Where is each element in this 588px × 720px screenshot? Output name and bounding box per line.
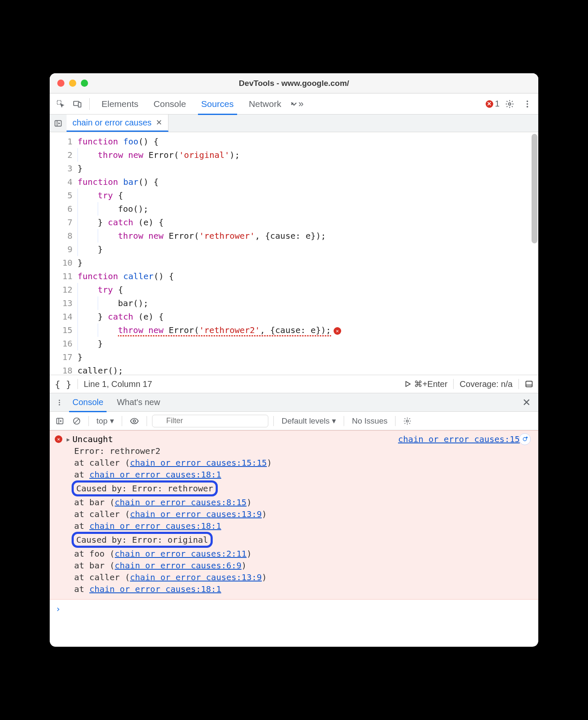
issues-label: No Issues	[352, 416, 387, 426]
drawer-kebab-icon[interactable]	[53, 395, 66, 410]
separator	[88, 416, 89, 426]
stack-frame-link[interactable]: chain or error causes:18:1	[89, 469, 221, 480]
svg-rect-2	[78, 102, 81, 107]
device-toolbar-icon[interactable]	[70, 96, 85, 112]
stack-trace: Error: rethrower2 at caller (chain or er…	[55, 445, 533, 595]
settings-icon[interactable]	[502, 96, 517, 112]
file-tab-bar: chain or error causes ✕	[50, 115, 538, 132]
stack-frame-link[interactable]: chain or error causes:2:11	[115, 549, 246, 559]
separator	[519, 379, 519, 389]
error-summary: Uncaught	[72, 433, 113, 445]
minimize-window-button[interactable]	[69, 80, 76, 87]
file-tab[interactable]: chain or error causes ✕	[67, 115, 168, 132]
separator	[89, 98, 90, 110]
ai-assist-icon[interactable]	[519, 433, 531, 445]
drawer-tab-whatsnew[interactable]: What's new	[110, 393, 167, 412]
svg-point-19	[406, 420, 408, 422]
chevron-right-icon: ›	[56, 603, 61, 615]
navigator-toggle-icon[interactable]	[50, 115, 67, 132]
tab-console[interactable]: Console	[146, 93, 194, 115]
svg-point-13	[59, 404, 60, 405]
svg-point-18	[134, 420, 136, 422]
close-drawer-icon[interactable]: ✕	[518, 397, 535, 408]
context-selector[interactable]: top ▾	[94, 416, 117, 426]
error-count-value: 1	[495, 99, 500, 109]
coverage-status: Coverage: n/a	[460, 379, 513, 389]
error-icon: ✕	[486, 100, 493, 108]
separator	[453, 379, 454, 389]
stack-frame-link[interactable]: chain or error causes:18:1	[89, 584, 221, 594]
run-shortcut: ⌘+Enter	[414, 379, 447, 389]
context-label: top	[96, 416, 107, 426]
cursor-position: Line 1, Column 17	[84, 379, 152, 389]
svg-rect-7	[55, 120, 61, 126]
console-output: ✕ ▸ Uncaught chain or error causes:15 Er…	[50, 430, 538, 647]
traffic-lights	[50, 80, 88, 87]
separator	[78, 379, 78, 389]
drawer-tab-console[interactable]: Console	[66, 393, 110, 412]
svg-point-21	[526, 437, 527, 438]
log-levels-selector[interactable]: Default levels ▾	[279, 416, 339, 426]
scrollbar[interactable]	[532, 134, 537, 243]
titlebar: DevTools - www.google.com/	[50, 73, 538, 93]
maximize-window-button[interactable]	[81, 80, 88, 87]
editor-status-bar: { } Line 1, Column 17 ⌘+Enter Coverage: …	[50, 375, 538, 393]
svg-point-5	[527, 103, 528, 105]
separator	[122, 416, 122, 426]
svg-rect-9	[526, 381, 532, 387]
inspect-element-icon[interactable]	[53, 96, 68, 112]
separator	[344, 416, 344, 426]
levels-label: Default levels	[281, 416, 329, 426]
stack-frame-link[interactable]: chain or error causes:8:15	[115, 497, 246, 507]
file-tab-label: chain or error causes	[72, 118, 152, 128]
run-snippet-button[interactable]: ⌘+Enter	[404, 379, 447, 389]
clear-console-icon[interactable]	[70, 417, 83, 425]
tab-sources[interactable]: Sources	[194, 93, 241, 115]
stack-frame-link[interactable]: chain or error causes:18:1	[89, 521, 221, 531]
tab-elements[interactable]: Elements	[94, 93, 146, 115]
separator	[395, 416, 396, 426]
svg-line-17	[75, 419, 79, 423]
filter-input[interactable]	[152, 415, 268, 427]
stack-frame-link[interactable]: chain or error causes:13:9	[130, 509, 262, 519]
disclosure-triangle-icon[interactable]: ▸	[66, 433, 71, 445]
console-settings-icon[interactable]	[401, 417, 414, 425]
toggle-bottom-drawer-icon[interactable]	[525, 380, 533, 388]
caused-by-highlight: Caused by: Error: rethrower	[72, 480, 218, 496]
kebab-menu-icon[interactable]	[520, 96, 535, 112]
svg-point-20	[523, 437, 527, 441]
svg-point-12	[59, 402, 60, 403]
live-expression-icon[interactable]	[127, 416, 142, 426]
error-count[interactable]: ✕ 1	[486, 99, 500, 109]
issues-button[interactable]: No Issues	[349, 416, 390, 426]
code-editor[interactable]: 123456789101112131415161718 function foo…	[50, 132, 538, 375]
chevron-down-icon: ▾	[110, 416, 114, 426]
error-message: ✕ ▸ Uncaught chain or error causes:15 Er…	[50, 430, 538, 600]
window-title: DevTools - www.google.com/	[50, 79, 538, 88]
code-area[interactable]: function foo() {throw new Error('origina…	[78, 132, 538, 375]
stack-frame-link[interactable]: chain or error causes:6:9	[115, 560, 241, 571]
panel-tabs: Elements Console Sources Network »	[94, 93, 484, 115]
close-icon[interactable]: ✕	[156, 118, 162, 127]
console-prompt[interactable]: ›	[50, 600, 538, 618]
chevron-down-icon: ▾	[332, 416, 336, 426]
svg-point-6	[527, 106, 528, 107]
stack-frame-link[interactable]: chain or error causes:15:15	[130, 458, 267, 468]
tab-network[interactable]: Network	[241, 93, 289, 115]
separator	[273, 416, 274, 426]
svg-rect-14	[57, 418, 63, 424]
pretty-print-icon[interactable]: { }	[55, 379, 72, 389]
close-window-button[interactable]	[57, 80, 64, 87]
svg-point-4	[527, 100, 528, 102]
stack-frame-link[interactable]: chain or error causes:13:9	[130, 572, 262, 582]
filter-wrap	[152, 415, 268, 427]
console-toolbar: top ▾ Default levels ▾ No Issues	[50, 412, 538, 430]
console-sidebar-toggle-icon[interactable]	[53, 417, 67, 425]
source-link[interactable]: chain or error causes:15	[398, 433, 533, 445]
error-icon: ✕	[55, 435, 62, 443]
main-toolbar: Elements Console Sources Network » ✕ 1	[50, 93, 538, 115]
more-tabs-icon[interactable]: »	[289, 96, 304, 112]
devtools-window: DevTools - www.google.com/ Elements Cons…	[50, 73, 538, 647]
svg-point-11	[59, 400, 60, 401]
drawer-tabs: Console What's new ✕	[50, 393, 538, 412]
